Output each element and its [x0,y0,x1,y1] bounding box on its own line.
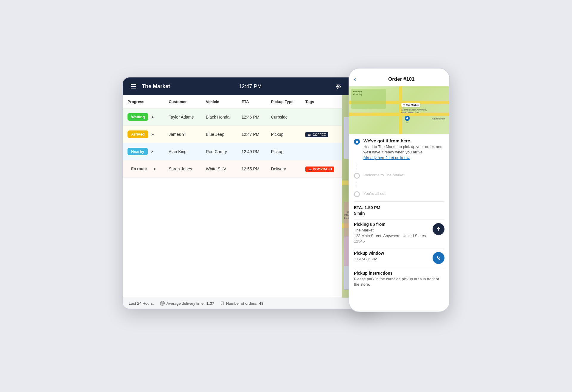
pickup-from-info: Picking up from The Market 123 Main Stre… [354,222,433,244]
phone-status-bar [349,69,449,72]
pickup-from-row: Picking up from The Market 123 Main Stre… [354,222,444,244]
eta-duration: 5 min [354,211,444,216]
hamburger-icon [131,84,136,88]
coffee-tag: ☕ COFFEE [305,132,328,137]
status-badge-arrived: Arrived [128,130,148,138]
status-body-1: Head to The Market to pick up your order… [363,144,444,155]
tag-cell [301,143,342,160]
avg-label: Average delivery time: [167,301,205,306]
customer-cell: Alan King [164,143,201,160]
status-dot-inactive-3 [354,191,360,197]
pickup-from-address: 123 Main Street, Anywhere, United States… [354,233,433,244]
avg-delivery-stats: Average delivery time: 1:37 [160,301,214,306]
pickup-type-cell: Pickup [266,126,301,143]
status-step-3: You're all set! [354,191,444,197]
filter-button[interactable] [334,82,343,91]
hamburger-button[interactable] [129,82,138,91]
tablet: The Market 12:47 PM [122,77,378,309]
vehicle-cell: Red Camry [201,143,237,160]
phone-call-icon-btn[interactable] [433,252,444,264]
status-link-1[interactable]: Already here? Let us know. [363,155,410,160]
customer-cell: Sarah Jones [164,160,201,178]
status-dot-active [354,139,360,145]
status-step-2: Welcome to The Market! [354,172,444,179]
tablet-content: Progress Customer Vehicle ETA Pickup Typ… [123,95,378,309]
divider-1 [354,219,444,220]
pickup-instructions-label: Pickup instructions [354,271,444,276]
table-row[interactable]: En route ➤ Sarah Jones White SUV 12:55 P… [123,160,342,178]
status-text-3: You're all set! [363,191,386,196]
dot-inner [356,141,358,143]
tag-cell: 🚗 DOORDASH [301,160,342,178]
pickup-from-label: Picking up from [354,222,433,227]
phone-icon [436,255,441,261]
phone-map: WoodmCountry The Market 123 Main Street,… [349,86,449,134]
eta-cell: 12:55 PM [237,160,266,178]
location-pin [404,116,410,124]
col-progress: Progress [123,95,164,108]
navigate-icon [436,226,441,232]
wooded-label: WoodmCountry [353,90,362,96]
svg-point-4 [339,86,340,87]
divider-3 [354,268,444,268]
bookmark-icon [220,301,224,305]
eta-cell: 12:46 PM [237,108,266,126]
pickup-window-row: Pickup window 11 AM - 6 PM [354,251,444,264]
tablet-header: The Market 12:47 PM [123,77,378,95]
pickup-type-cell: Curbside [266,108,301,126]
pickup-instructions-value: Please park in the curbside pickup area … [354,276,444,287]
pickup-from-name: The Market [354,228,433,233]
orders-stats: Number of orders: 48 [220,301,263,306]
status-steps: We've got it from here. Head to The Mark… [354,138,444,197]
table-row[interactable]: Nearby ➤ Alan King Red Camry 12:49 PM Pi… [123,143,342,160]
clock-icon [160,301,165,306]
svg-rect-8 [403,104,405,106]
back-button[interactable]: ‹ [354,74,358,84]
scene: The Market 12:47 PM [122,68,450,324]
avg-value: 1:37 [206,301,214,306]
dashed-connector [357,163,357,170]
table-row[interactable]: Waiting ➤ Taylor Adams Black Honda 12:46… [123,108,342,126]
pickup-window-info: Pickup window 11 AM - 6 PM [354,251,433,262]
eta-cell: 12:47 PM [237,126,266,143]
status-cell: Arrived ➤ [123,126,164,143]
customer-cell: James Yi [164,126,201,143]
header-time: 12:47 PM [210,83,291,90]
navigation-icon-btn[interactable] [433,223,444,235]
pickup-type-cell: Delivery [266,160,301,178]
svg-point-5 [337,87,338,89]
pickup-type-cell: Pickup [266,143,301,160]
status-badge-enroute: En route [128,165,150,172]
svg-point-3 [337,84,338,86]
col-vehicle: Vehicle [201,95,237,108]
nav-arrow-icon: ➤ [153,167,156,171]
col-pickup-type: Pickup Type [266,95,301,108]
eta-cell: 12:49 PM [237,143,266,160]
connector-1 [357,163,444,170]
pickup-window-value: 11 AM - 6 PM [354,256,433,262]
eta-section: ETA: 1:50 PM 5 min Picking up from The M… [354,201,444,287]
app-title: The Market [142,83,170,90]
pickup-instructions-block: Pickup instructions Please park in the c… [354,271,444,287]
header-left: The Market [129,82,210,91]
status-muted-3: You're all set! [363,191,386,196]
pickup-window-label: Pickup window [354,251,433,256]
table-body: Waiting ➤ Taylor Adams Black Honda 12:46… [123,108,342,178]
tablet-footer: Last 24 Hours: Average delivery time: 1:… [123,298,378,309]
status-cell: En route ➤ [123,160,164,178]
status-text-1: We've got it from here. Head to The Mark… [363,138,444,160]
store-address-map: 123 Main Street, Anywhere,United States … [401,108,440,114]
eta-label: ETA: 1:50 PM [354,205,444,210]
store-map-label: The Market [401,103,420,107]
orders-table: Progress Customer Vehicle ETA Pickup Typ… [123,95,342,178]
nav-arrow-icon: ➤ [151,132,154,136]
status-badge-nearby: Nearby [128,148,148,155]
status-cell: Nearby ➤ [123,143,164,160]
table-row[interactable]: Arrived ➤ James Yi Blue Jeep 12:47 PM Pi… [123,126,342,143]
divider-2 [354,248,444,248]
nav-arrow-icon: ➤ [151,150,154,154]
garrett-park-label: Garrett Park [432,117,445,120]
nav-arrow-icon: ➤ [151,115,154,119]
eta-block: ETA: 1:50 PM 5 min [354,205,444,216]
status-badge-waiting: Waiting [128,113,148,121]
